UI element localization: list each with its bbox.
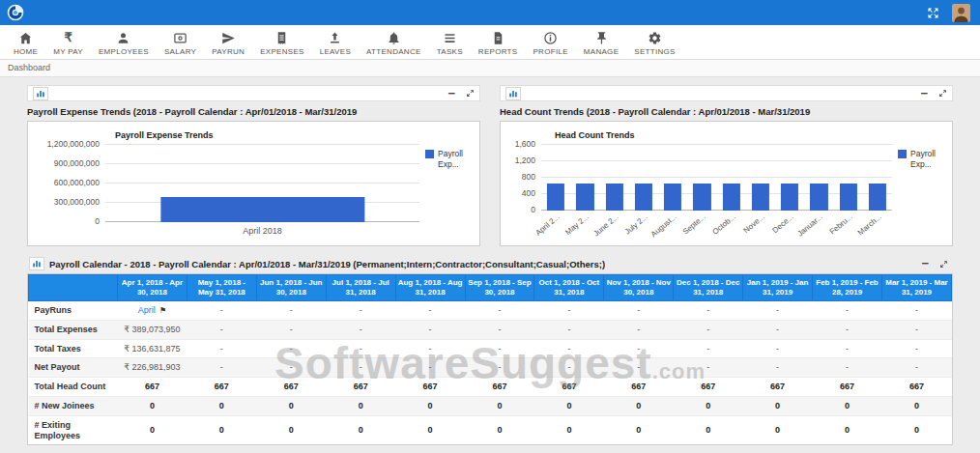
rupee-icon: ₹ [64, 30, 72, 45]
table-cell: - [326, 339, 395, 358]
y-axis-tick: 800 [522, 172, 535, 182]
table-cell: 667 [326, 378, 395, 397]
nav-item-leaves[interactable]: LEAVES [312, 30, 359, 56]
table-cell: - [326, 358, 395, 378]
nav-item-my-pay[interactable]: ₹ MY PAY [45, 30, 91, 56]
table-cell: - [881, 339, 951, 358]
table-cell: - [326, 320, 395, 339]
nav-item-label: LEAVES [320, 47, 351, 56]
table-cell: - [881, 358, 951, 378]
table-cell: 667 [187, 378, 256, 397]
table-cell: - [395, 358, 465, 378]
table-cell: - [326, 301, 395, 321]
chart-type-icon[interactable] [29, 257, 44, 270]
table-cell: 667 [465, 378, 534, 397]
nav-item-payrun[interactable]: PAYRUN [204, 30, 252, 56]
table-cell: - [604, 358, 674, 378]
x-axis-label: April 2018 [243, 226, 282, 236]
table-row: # Exiting Employees000000000000 [29, 415, 952, 444]
nav-item-label: ATTENDANCE [366, 47, 421, 56]
nav-item-attendance[interactable]: ATTENDANCE [359, 30, 429, 56]
chart-type-icon[interactable] [33, 87, 48, 100]
row-label: Total Expenses [29, 320, 118, 339]
legend-label: Payroll Exp... [438, 149, 474, 169]
y-axis: 0300,000,000600,000,000900,000,0001,200,… [34, 145, 105, 222]
table-cell: - [187, 320, 256, 339]
nav-item-label: EXPENSES [260, 47, 304, 56]
table-cell: 667 [674, 378, 743, 397]
bar[interactable] [606, 184, 623, 211]
column-header: Aug 1, 2018 - Aug 31, 2018 [395, 275, 465, 301]
bar[interactable] [664, 184, 681, 211]
table-cell: 0 [743, 396, 813, 415]
payroll-calendar-widget: Payroll Calendar - 2018 - Payroll Calend… [27, 255, 953, 445]
bar[interactable] [781, 184, 798, 211]
bar[interactable] [840, 184, 857, 211]
minimize-icon[interactable]: − [447, 89, 455, 99]
row-label: # New Joinees [29, 396, 118, 415]
legend-label: Payroll Exp... [910, 149, 946, 169]
bar[interactable] [723, 184, 740, 211]
y-axis-tick: 600,000,000 [54, 178, 100, 187]
nav-item-reports[interactable]: REPORTS [471, 30, 526, 56]
y-axis-tick: 0 [95, 216, 100, 226]
table-cell: - [187, 339, 256, 358]
table-cell: - [743, 339, 813, 358]
minimize-icon[interactable]: − [921, 259, 929, 269]
column-header: Jan 1, 2019 - Jan 31, 2019 [743, 275, 813, 301]
nav-item-home[interactable]: HOME [6, 30, 45, 56]
bar[interactable] [810, 184, 827, 211]
y-axis-tick: 1,600 [515, 139, 535, 149]
table-row: PayRunsApril⚑----------- [29, 301, 952, 321]
table-cell: - [465, 320, 534, 339]
table-cell: - [465, 358, 534, 378]
nav-item-settings[interactable]: SETTINGS [626, 30, 682, 56]
table-row: Total Expenses₹ 389,073,950----------- [29, 320, 952, 339]
table-cell: - [743, 320, 813, 339]
table-cell: - [881, 320, 951, 339]
expand-icon[interactable] [466, 89, 475, 98]
nav-item-salary[interactable]: SALARY [157, 30, 204, 56]
bar[interactable] [160, 197, 364, 222]
payroll-expense-chart: Payroll Expense Trends 0300,000,000600,0… [27, 121, 480, 246]
y-axis-tick: 1,200,000,000 [47, 139, 100, 149]
nav-item-profile[interactable]: PROFILE [525, 30, 575, 56]
table-cell: - [187, 301, 256, 321]
bar[interactable] [635, 184, 652, 211]
widget-title: Payroll Calendar - 2018 - Payroll Calend… [49, 259, 605, 269]
breadcrumb: Dashboard [0, 60, 980, 77]
fullscreen-icon[interactable] [926, 6, 940, 20]
nav-item-expenses[interactable]: EXPENSES [252, 30, 312, 56]
expand-icon[interactable] [939, 260, 948, 269]
bar[interactable] [752, 184, 769, 211]
head-count-widget: − Head Count Trends (2018 - Payroll Cale… [500, 85, 953, 246]
salary-card-icon [173, 30, 187, 45]
table-cell: 0 [256, 415, 326, 444]
minimize-icon[interactable]: − [920, 89, 928, 99]
nav-item-tasks[interactable]: TASKS [429, 30, 471, 56]
table-header-row: Apr 1, 2018 - Apr 30, 2018May 1, 2018 - … [29, 275, 952, 301]
column-header: Feb 1, 2019 - Feb 28, 2019 [813, 275, 882, 301]
widget-title: Payroll Expense Trends (2018 - Payroll C… [27, 106, 480, 117]
chart-type-icon[interactable] [505, 87, 521, 100]
table-corner-cell [29, 275, 118, 301]
y-axis: 04008001,2001,600 [506, 145, 541, 211]
table-cell: ₹ 136,631,875 [118, 339, 187, 358]
column-header: May 1, 2018 - May 31, 2018 [187, 275, 256, 301]
column-header: Nov 1, 2018 - Nov 30, 2018 [604, 275, 674, 301]
bar[interactable] [576, 184, 593, 211]
bar[interactable] [869, 184, 886, 211]
table-cell: - [604, 301, 674, 321]
user-avatar[interactable] [952, 4, 970, 22]
table-cell: 0 [465, 415, 534, 444]
bar[interactable] [693, 184, 710, 211]
payrun-status-icon[interactable]: ⚑ [159, 306, 166, 315]
column-header: Mar 1, 2019 - Mar 31, 2019 [881, 275, 951, 301]
expand-icon[interactable] [938, 89, 947, 98]
nav-item-manage[interactable]: MANAGE [576, 30, 626, 56]
table-cell: - [395, 320, 465, 339]
bar[interactable] [547, 184, 564, 211]
nav-item-employees[interactable]: EMPLOYEES [91, 30, 157, 56]
payrun-month-link[interactable]: April [138, 305, 156, 315]
payroll-calendar-table-wrap: Apr 1, 2018 - Apr 30, 2018May 1, 2018 - … [27, 273, 953, 445]
